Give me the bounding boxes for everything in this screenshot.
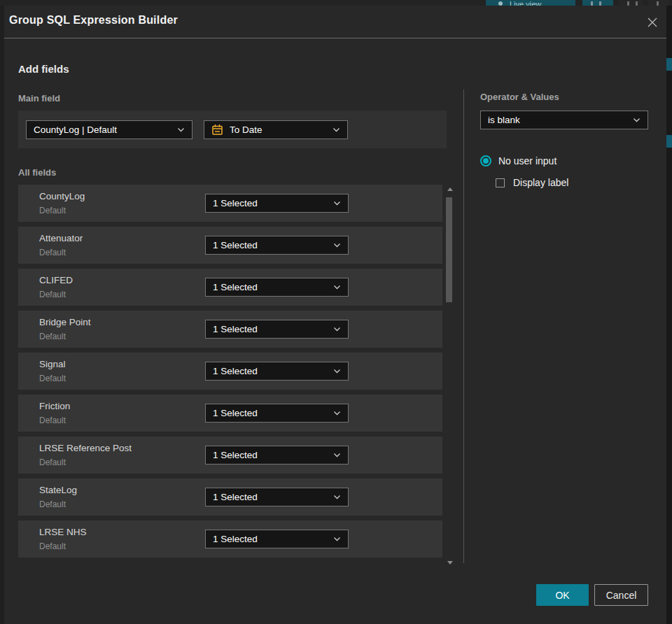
scrollbar-thumb[interactable] [446, 197, 452, 302]
calendar-icon [211, 124, 223, 136]
background-panel-fragment [666, 135, 672, 148]
chevron-down-icon [333, 369, 341, 374]
selected-count: 1 Selected [213, 324, 328, 334]
background-toolbar-strip: Live view [0, 0, 672, 6]
group-sql-expression-builder-dialog: Group SQL Expression Builder Add fields … [4, 6, 666, 624]
chevron-down-icon [333, 285, 341, 290]
field-subtitle: Default [39, 458, 66, 467]
close-icon [647, 17, 658, 28]
selected-count: 1 Selected [213, 408, 328, 418]
field-select-value: To Date [230, 125, 327, 135]
main-field-label: Main field [18, 93, 60, 104]
dialog-header: Group SQL Expression Builder [4, 6, 666, 38]
field-row: LRSE NHSDefault1 Selected [18, 520, 442, 558]
field-values-select[interactable]: 1 Selected [205, 278, 349, 297]
no-user-input-option[interactable]: No user input [480, 155, 556, 166]
operator-values-heading: Operator & Values [480, 92, 559, 102]
layer-select-value: CountyLog | Default [34, 125, 172, 135]
field-values-select[interactable]: 1 Selected [205, 194, 349, 213]
scroll-up-arrow-icon[interactable] [447, 187, 453, 191]
field-values-select[interactable]: 1 Selected [205, 236, 349, 255]
field-subtitle: Default [39, 416, 66, 425]
field-subtitle: Default [39, 499, 66, 509]
field-name: LRSE Reference Post [39, 443, 132, 453]
field-row: LRSE Reference PostDefault1 Selected [18, 437, 442, 474]
chevron-down-icon [633, 118, 640, 122]
close-button[interactable] [645, 15, 660, 30]
field-name: StateLog [39, 485, 77, 495]
live-view-button[interactable]: Live view [486, 0, 575, 6]
operator-select-value: is blank [488, 115, 627, 125]
chevron-down-icon [333, 243, 341, 248]
field-values-select[interactable]: 1 Selected [205, 320, 349, 339]
field-values-select[interactable]: 1 Selected [205, 446, 349, 465]
field-subtitle: Default [39, 332, 66, 341]
add-fields-heading: Add fields [18, 63, 69, 75]
chevron-down-icon [333, 327, 341, 332]
no-user-input-label: No user input [498, 155, 556, 166]
field-row: CountyLogDefault1 Selected [18, 185, 442, 222]
scroll-down-arrow-icon[interactable] [447, 561, 453, 565]
field-name: Attenuator [39, 233, 83, 243]
chevron-down-icon [333, 453, 341, 458]
field-subtitle: Default [39, 290, 66, 299]
field-name: Bridge Point [39, 317, 91, 327]
selected-count: 1 Selected [213, 450, 328, 460]
selected-count: 1 Selected [213, 534, 328, 544]
ok-button[interactable]: OK [536, 584, 589, 606]
main-field-panel: CountyLog | Default To Date [18, 111, 447, 148]
checkbox-unchecked-icon[interactable] [496, 178, 505, 187]
panel-divider [463, 90, 464, 563]
field-subtitle: Default [39, 206, 66, 215]
field-row: AttenuatorDefault1 Selected [18, 227, 442, 264]
background-toolbar-button[interactable] [582, 0, 613, 6]
all-fields-list: CountyLogDefault1 SelectedAttenuatorDefa… [18, 185, 442, 562]
field-name: CLIFED [39, 275, 73, 285]
chevron-down-icon [333, 537, 341, 541]
background-toolbar-button[interactable] [648, 0, 669, 6]
field-row: FrictionDefault1 Selected [18, 395, 442, 432]
list-scrollbar[interactable] [445, 183, 454, 569]
chevron-down-icon [333, 201, 341, 206]
field-values-select[interactable]: 1 Selected [205, 488, 349, 506]
selected-count: 1 Selected [213, 492, 328, 502]
field-name: CountyLog [39, 191, 85, 201]
field-name: Signal [39, 359, 66, 369]
field-name: Friction [39, 401, 70, 411]
field-row: Bridge PointDefault1 Selected [18, 311, 442, 348]
field-name: LRSE NHS [39, 527, 87, 537]
background-toolbar-button[interactable] [619, 0, 643, 6]
field-values-select[interactable]: 1 Selected [205, 404, 349, 423]
background-right-edge [666, 6, 672, 624]
chevron-down-icon [333, 411, 341, 416]
field-subtitle: Default [39, 541, 66, 551]
selected-count: 1 Selected [213, 366, 328, 376]
field-subtitle: Default [39, 374, 66, 383]
field-subtitle: Default [39, 248, 66, 257]
display-label-label: Display label [513, 177, 568, 188]
main-field-field-select[interactable]: To Date [204, 120, 348, 139]
operator-select[interactable]: is blank [480, 111, 648, 129]
cancel-button[interactable]: Cancel [594, 584, 648, 606]
field-row: StateLogDefault1 Selected [18, 478, 442, 516]
chevron-down-icon [333, 495, 341, 499]
live-view-label: Live view [510, 0, 541, 6]
radio-selected-icon[interactable] [480, 155, 491, 166]
dialog-title: Group SQL Expression Builder [9, 14, 178, 27]
all-fields-label: All fields [18, 167, 56, 178]
selected-count: 1 Selected [213, 240, 328, 250]
field-row: CLIFEDDefault1 Selected [18, 269, 442, 306]
display-label-option[interactable]: Display label [496, 177, 568, 188]
field-row: SignalDefault1 Selected [18, 353, 442, 390]
selected-count: 1 Selected [213, 282, 328, 292]
field-values-select[interactable]: 1 Selected [205, 362, 349, 381]
chevron-down-icon [177, 127, 185, 132]
main-field-layer-select[interactable]: CountyLog | Default [26, 120, 192, 139]
background-panel-fragment [666, 58, 672, 71]
chevron-down-icon [332, 127, 340, 132]
field-values-select[interactable]: 1 Selected [205, 530, 349, 548]
selected-count: 1 Selected [213, 198, 328, 208]
